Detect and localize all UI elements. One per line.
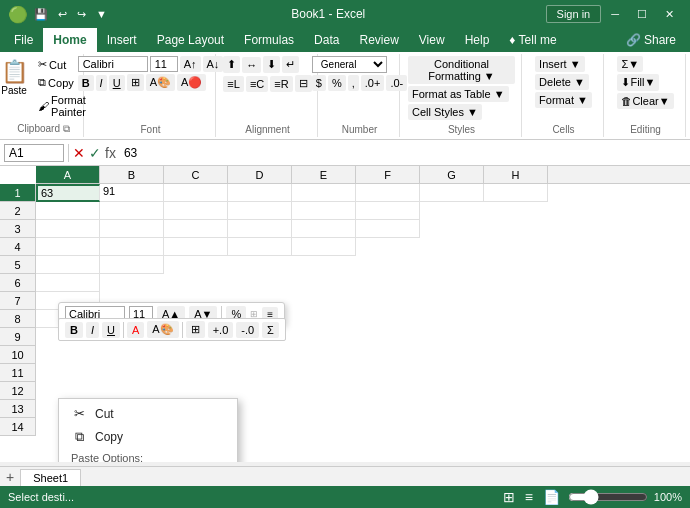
cell-A3[interactable]: [36, 220, 100, 238]
fx-icon[interactable]: fx: [105, 145, 116, 161]
undo-qat-button[interactable]: ↩: [54, 6, 71, 23]
sheet-tab-1[interactable]: Sheet1: [20, 469, 81, 486]
row-header-13[interactable]: 13: [0, 400, 35, 418]
normal-view-button[interactable]: ⊞: [501, 487, 517, 507]
cell-F1[interactable]: [356, 184, 420, 202]
row-header-3[interactable]: 3: [0, 220, 35, 238]
col-header-C[interactable]: C: [164, 166, 228, 183]
percent-button[interactable]: %: [328, 75, 346, 91]
align-right-button[interactable]: ≡R: [270, 76, 292, 92]
save-qat-button[interactable]: 💾: [30, 6, 52, 23]
italic-button[interactable]: I: [96, 75, 107, 91]
currency-button[interactable]: $: [312, 75, 326, 91]
row-header-11[interactable]: 11: [0, 364, 35, 382]
mini-italic-button[interactable]: I: [86, 322, 99, 338]
mini-inc-decimal-button[interactable]: +.0: [208, 322, 234, 338]
cell-styles-button[interactable]: Cell Styles ▼: [408, 104, 482, 120]
col-header-H[interactable]: H: [484, 166, 548, 183]
confirm-formula-icon[interactable]: ✓: [89, 145, 101, 161]
insert-cells-button[interactable]: Insert ▼: [535, 56, 584, 72]
cell-D3[interactable]: [228, 220, 292, 238]
cell-A6[interactable]: [36, 274, 100, 292]
align-middle-button[interactable]: ↔: [242, 57, 261, 73]
cell-D4[interactable]: [228, 238, 292, 256]
page-break-view-button[interactable]: 📄: [541, 487, 562, 507]
qat-more-button[interactable]: ▼: [92, 6, 111, 22]
formula-input[interactable]: [120, 145, 686, 161]
ctx-cut[interactable]: ✂ Cut: [59, 402, 237, 425]
cell-C4[interactable]: [164, 238, 228, 256]
mini-underline-button[interactable]: U: [102, 322, 120, 338]
tab-review[interactable]: Review: [349, 28, 408, 52]
underline-button[interactable]: U: [109, 75, 125, 91]
tab-help[interactable]: Help: [455, 28, 500, 52]
page-layout-view-button[interactable]: ≡: [523, 487, 535, 507]
zoom-slider[interactable]: [568, 489, 648, 505]
paste-button[interactable]: 📋 Paste: [0, 56, 32, 99]
delete-cells-button[interactable]: Delete ▼: [535, 74, 589, 90]
mini-border-button[interactable]: ⊞: [186, 321, 205, 338]
mini-bold-button[interactable]: B: [65, 322, 83, 338]
ctx-copy[interactable]: ⧉ Copy: [59, 425, 237, 449]
cell-C1[interactable]: [164, 184, 228, 202]
align-bottom-button[interactable]: ⬇: [263, 56, 280, 73]
format-cells-button[interactable]: Format ▼: [535, 92, 592, 108]
increase-font-button[interactable]: A↑: [180, 56, 201, 72]
increase-decimal-button[interactable]: .0+: [361, 75, 385, 91]
wrap-text-button[interactable]: ↵: [282, 56, 299, 73]
row-header-9[interactable]: 9: [0, 328, 35, 346]
col-header-B[interactable]: B: [100, 166, 164, 183]
tab-tell-me[interactable]: ♦ Tell me: [499, 28, 566, 52]
cell-A2[interactable]: [36, 202, 100, 220]
add-sheet-button[interactable]: +: [0, 469, 20, 485]
tab-formulas[interactable]: Formulas: [234, 28, 304, 52]
tab-view[interactable]: View: [409, 28, 455, 52]
number-format-select[interactable]: General: [312, 56, 387, 73]
row-header-2[interactable]: 2: [0, 202, 35, 220]
font-color-button[interactable]: A🔴: [177, 74, 206, 91]
cell-D1[interactable]: [228, 184, 292, 202]
row-header-8[interactable]: 8: [0, 310, 35, 328]
cell-E2[interactable]: [292, 202, 356, 220]
align-center-button[interactable]: ≡C: [246, 76, 268, 92]
cell-A5[interactable]: [36, 256, 100, 274]
cell-F3[interactable]: [356, 220, 420, 238]
minimize-button[interactable]: ─: [603, 5, 627, 23]
cell-F2[interactable]: [356, 202, 420, 220]
cell-B5[interactable]: [100, 256, 164, 274]
tab-file[interactable]: File: [4, 28, 43, 52]
cell-H1[interactable]: [484, 184, 548, 202]
col-header-E[interactable]: E: [292, 166, 356, 183]
fill-color-button[interactable]: A🎨: [146, 74, 175, 91]
cell-B4[interactable]: [100, 238, 164, 256]
row-header-4[interactable]: 4: [0, 238, 35, 256]
cell-A1[interactable]: 63: [36, 184, 100, 202]
mini-autosum-button[interactable]: Σ: [262, 322, 279, 338]
cell-C3[interactable]: [164, 220, 228, 238]
align-top-button[interactable]: ⬆: [223, 56, 240, 73]
maximize-button[interactable]: ☐: [629, 5, 655, 23]
share-button[interactable]: 🔗 Share: [616, 28, 686, 52]
cell-B2[interactable]: [100, 202, 164, 220]
col-header-A[interactable]: A: [36, 166, 100, 183]
mini-dec-decimal-button[interactable]: -.0: [236, 322, 259, 338]
fill-button[interactable]: ⬇Fill▼: [617, 74, 659, 91]
cancel-formula-icon[interactable]: ✕: [73, 145, 85, 161]
tab-insert[interactable]: Insert: [97, 28, 147, 52]
row-header-5[interactable]: 5: [0, 256, 35, 274]
clear-button[interactable]: 🗑Clear▼: [617, 93, 673, 109]
comma-button[interactable]: ,: [348, 75, 359, 91]
cell-E4[interactable]: [292, 238, 356, 256]
redo-qat-button[interactable]: ↪: [73, 6, 90, 23]
font-name-input[interactable]: [78, 56, 148, 72]
bold-button[interactable]: B: [78, 75, 94, 91]
row-header-14[interactable]: 14: [0, 418, 35, 436]
conditional-formatting-button[interactable]: Conditional Formatting ▼: [408, 56, 515, 84]
close-button[interactable]: ✕: [657, 5, 682, 23]
cell-B3[interactable]: [100, 220, 164, 238]
clipboard-expand-icon[interactable]: ⧉: [63, 123, 70, 134]
row-header-6[interactable]: 6: [0, 274, 35, 292]
cell-E3[interactable]: [292, 220, 356, 238]
mini-highlight-button[interactable]: A🎨: [147, 321, 178, 338]
row-header-7[interactable]: 7: [0, 292, 35, 310]
